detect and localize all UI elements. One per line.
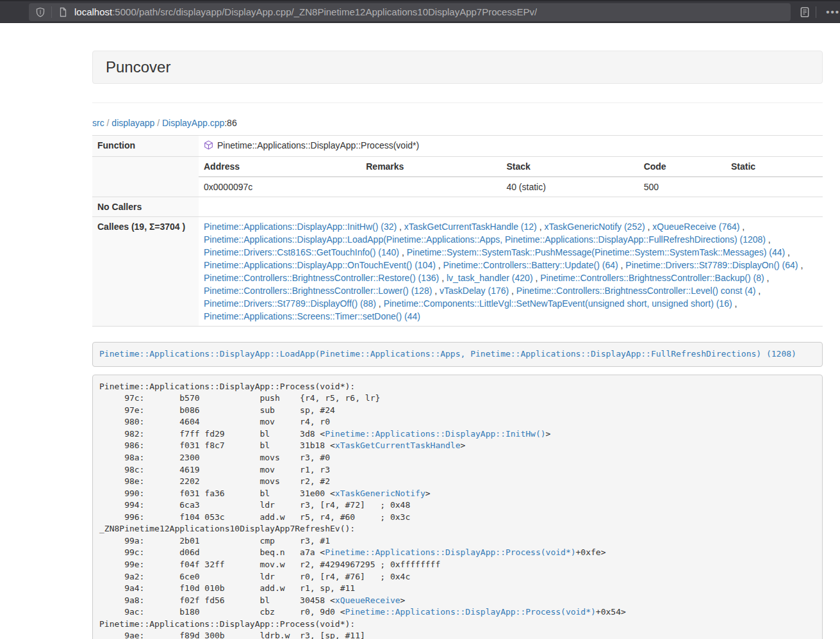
snippet-block: Pinetime::Applications::DisplayApp::Load… [92, 342, 823, 367]
address-value: 0x0000097c [199, 177, 361, 197]
function-name: Pinetime::Applications::DisplayApp::Proc… [217, 140, 419, 150]
callee-link[interactable]: Pinetime::Applications::DisplayApp::Load… [204, 234, 766, 245]
callee-link[interactable]: Pinetime::Drivers::St7789::DisplayOn() (… [625, 260, 798, 270]
address-bar[interactable]: localhost:5000/path/src/displayapp/Displ… [29, 3, 791, 21]
disasm-symbol-link[interactable]: Pinetime::Applications::DisplayApp::Init… [325, 429, 545, 439]
divider [51, 6, 52, 18]
disassembly-block: Pinetime::Applications::DisplayApp::Proc… [92, 375, 823, 639]
snippet-link[interactable]: Pinetime::Applications::DisplayApp::Load… [99, 349, 796, 359]
shield-icon[interactable] [34, 6, 47, 19]
breadcrumb: src / displayapp / DisplayApp.cpp:86 [92, 117, 823, 129]
callee-link[interactable]: Pinetime::System::SystemTask::PushMessag… [407, 247, 786, 257]
empty-row-label [92, 157, 199, 197]
page-icon[interactable] [56, 6, 69, 19]
url-host: localhost [74, 6, 112, 17]
column-header-static: Static [726, 157, 823, 177]
table-row-no-callers: No Callers [92, 197, 823, 217]
breadcrumb-separator: / [154, 118, 162, 128]
details-header-row: Address Remarks Stack Code Static [199, 157, 823, 177]
remarks-value [361, 177, 501, 197]
details-table: Address Remarks Stack Code Static 0x0000… [199, 157, 823, 197]
callee-link[interactable]: vTaskDelay (176) [440, 286, 509, 296]
page-title: Puncover [106, 59, 809, 76]
column-header-remarks: Remarks [361, 157, 501, 177]
table-row-details: Address Remarks Stack Code Static 0x0000… [92, 157, 823, 197]
browser-bar: localhost:5000/path/src/displayapp/Displ… [0, 0, 840, 23]
breadcrumb-link-DisplayApp.cpp[interactable]: DisplayApp.cpp [162, 118, 224, 128]
disasm-symbol-link[interactable]: xQueueReceive [335, 595, 400, 605]
disasm-symbol-link[interactable]: Pinetime::Applications::DisplayApp::Proc… [325, 547, 575, 557]
toolbar-actions: ••• [798, 6, 840, 19]
disasm-symbol-link[interactable]: xTaskGetCurrentTaskHandle [335, 441, 461, 450]
callee-link[interactable]: Pinetime::Controllers::BrightnessControl… [516, 286, 755, 296]
code-value: 500 [639, 177, 726, 197]
callee-link[interactable]: Pinetime::Components::LittleVgl::SetNewT… [384, 298, 732, 309]
line-number: :86 [224, 118, 236, 128]
details-data-row: 0x0000097c 40 (static) 500 [199, 177, 823, 197]
callee-link[interactable]: Pinetime::Controllers::BrightnessControl… [204, 286, 432, 296]
callee-link[interactable]: xTaskGenericNotify (252) [544, 222, 645, 232]
details-cell: Address Remarks Stack Code Static 0x0000… [199, 157, 823, 197]
no-callers-cell [199, 197, 823, 217]
divider [92, 102, 823, 103]
no-callers-label: No Callers [92, 197, 199, 217]
more-icon[interactable]: ••• [826, 6, 840, 17]
callee-link[interactable]: Pinetime::Controllers::Battery::Update()… [443, 260, 618, 270]
callee-link[interactable]: Pinetime::Controllers::BrightnessControl… [540, 273, 764, 283]
disasm-symbol-link[interactable]: Pinetime::Applications::DisplayApp::Proc… [345, 607, 596, 617]
app-header: Puncover [92, 51, 823, 84]
disasm-symbol-link[interactable]: xTaskGenericNotify [335, 489, 425, 498]
callees-list: Pinetime::Applications::DisplayApp::Init… [199, 217, 823, 327]
table-row-callees: Callees (19, Σ=3704 ) Pinetime::Applicat… [92, 217, 823, 327]
callees-label: Callees (19, Σ=3704 ) [92, 217, 199, 327]
page-content: Puncover src / displayapp / DisplayApp.c… [0, 23, 840, 639]
breadcrumb-link-displayapp[interactable]: displayapp [111, 118, 154, 128]
callee-link[interactable]: xQueueReceive (764) [652, 222, 739, 232]
callee-link[interactable]: Pinetime::Controllers::BrightnessControl… [204, 273, 439, 283]
function-row-label: Function [92, 136, 199, 157]
url-text: localhost:5000/path/src/displayapp/Displ… [74, 6, 537, 17]
column-header-code: Code [639, 157, 726, 177]
breadcrumb-separator: / [104, 118, 112, 128]
reader-mode-icon[interactable] [798, 6, 811, 19]
breadcrumb-link-src[interactable]: src [92, 118, 104, 128]
column-header-stack: Stack [501, 157, 638, 177]
function-name-cell: Pinetime::Applications::DisplayApp::Proc… [199, 136, 823, 157]
stack-value: 40 (static) [501, 177, 638, 197]
callee-link[interactable]: Pinetime::Drivers::St7789::DisplayOff() … [204, 298, 376, 309]
callee-link[interactable]: lv_task_handler (420) [447, 273, 533, 283]
column-header-address: Address [199, 157, 361, 177]
callee-link[interactable]: Pinetime::Applications::Screens::Timer::… [204, 311, 420, 321]
table-row-function: Function Pinetime::Applications::Display… [92, 136, 823, 157]
callee-link[interactable]: Pinetime::Applications::DisplayApp::Init… [204, 222, 397, 232]
callee-link[interactable]: xTaskGetCurrentTaskHandle (12) [404, 222, 537, 232]
cube-icon [204, 140, 213, 153]
callee-link[interactable]: Pinetime::Applications::DisplayApp::OnTo… [204, 260, 436, 270]
disassembly-code: Pinetime::Applications::DisplayApp::Proc… [99, 382, 626, 639]
static-value [726, 177, 823, 197]
callee-link[interactable]: Pinetime::Drivers::Cst816S::GetTouchInfo… [204, 247, 399, 257]
divider [816, 6, 816, 18]
url-path: :5000/path/src/displayapp/DisplayApp.cpp… [112, 6, 537, 17]
function-table: Function Pinetime::Applications::Display… [92, 135, 823, 327]
